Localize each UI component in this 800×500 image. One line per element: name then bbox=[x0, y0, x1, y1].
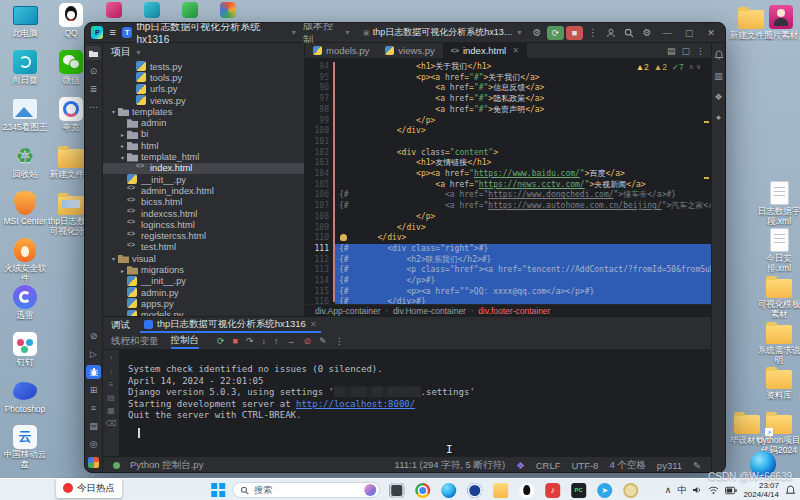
breadcrumb-item[interactable]: div.Home-container bbox=[393, 306, 466, 316]
tree-item-bi[interactable]: ▸bi bbox=[103, 129, 304, 140]
scroll-end-icon[interactable]: ▤ bbox=[107, 393, 115, 402]
tree-item-admin.py[interactable]: admin.py bbox=[103, 287, 304, 298]
desktop-icon-shield[interactable]: MSI Center bbox=[2, 190, 48, 237]
tree-item-urls.py[interactable]: urls.py bbox=[103, 84, 304, 95]
problems-icon[interactable]: ◎ bbox=[86, 437, 101, 451]
packages-icon[interactable] bbox=[86, 455, 101, 469]
readonly-toggle-icon[interactable]: ✎ bbox=[693, 460, 701, 471]
tree-item-apps.py[interactable]: apps.py bbox=[103, 298, 304, 309]
ime-indicator[interactable]: 中 bbox=[677, 484, 686, 497]
notification-bell-icon[interactable] bbox=[785, 485, 796, 496]
tree-item-migrations[interactable]: ▸migrations bbox=[103, 264, 304, 275]
wifi-icon[interactable] bbox=[708, 485, 719, 495]
status-widget[interactable]: 4 个空格 bbox=[609, 459, 645, 472]
tree-chevron-icon[interactable]: ▸ bbox=[118, 142, 127, 149]
project-header[interactable]: 项目 ▼ bbox=[103, 43, 304, 61]
step-over-icon[interactable]: ↷ bbox=[246, 336, 254, 346]
step-into-icon[interactable]: ↓ bbox=[262, 336, 267, 346]
debug-session-tab[interactable]: thp日志数据可视化分析系统hx1316 ✕ bbox=[140, 317, 321, 333]
tree-chevron-icon[interactable]: ▾ bbox=[109, 108, 118, 115]
tree-item-templates[interactable]: ▾templates bbox=[103, 106, 304, 117]
desktop-icon-folder[interactable]: 资料库 bbox=[756, 364, 800, 401]
close-icon[interactable]: ✕ bbox=[512, 46, 519, 55]
close-button[interactable]: ✕ bbox=[701, 25, 721, 41]
taskbar-app-app-gold[interactable] bbox=[621, 481, 640, 500]
taskbar-app-chrome[interactable] bbox=[413, 481, 432, 500]
minimize-button[interactable]: — bbox=[657, 25, 677, 41]
terminal-icon[interactable]: ▤ bbox=[86, 419, 101, 433]
tree-item-test.html[interactable]: test.html bbox=[103, 242, 304, 253]
scroll-down-icon[interactable]: ↓ bbox=[109, 367, 113, 376]
desktop-icon-folder[interactable]: 系统需求说明 bbox=[756, 319, 800, 366]
desktop-icon-dingtalk[interactable]: 钉钉 bbox=[2, 331, 48, 378]
more-tools-icon[interactable]: ⋯ bbox=[86, 100, 101, 114]
commit-tool-icon[interactable]: ⊙ bbox=[86, 64, 101, 78]
status-widget[interactable]: 111:1 (294 字符, 5 断行符) bbox=[395, 459, 506, 472]
maximize-button[interactable]: ▢ bbox=[679, 25, 699, 41]
mute-breakpoints-icon[interactable]: ⊘ bbox=[304, 336, 312, 346]
tab-more-icon[interactable]: ⋮ bbox=[696, 46, 705, 56]
editor-tab-views.py[interactable]: views.py bbox=[377, 43, 442, 58]
tree-item-template_html[interactable]: ▾template_html bbox=[103, 151, 304, 162]
database-icon[interactable]: ▥ bbox=[711, 69, 726, 83]
taskbar-app-pycharm[interactable]: PC bbox=[569, 481, 588, 500]
services-icon[interactable]: ⊞ bbox=[86, 383, 101, 397]
tree-item-__init__.py[interactable]: __init__.py bbox=[103, 276, 304, 287]
console-link[interactable]: http://localhost:8000/ bbox=[296, 399, 415, 409]
tree-chevron-icon[interactable]: ▾ bbox=[109, 255, 118, 262]
battery-icon[interactable] bbox=[725, 486, 737, 495]
stop-icon[interactable]: ■ bbox=[233, 336, 238, 346]
tree-item-models.py[interactable]: models.py bbox=[103, 310, 304, 316]
clear-icon[interactable]: ⌫ bbox=[105, 419, 116, 428]
tab-console[interactable]: 控制台 bbox=[171, 333, 200, 349]
evaluate-icon[interactable]: ✎ bbox=[319, 336, 327, 346]
ai-assistant-icon[interactable]: ✦ bbox=[711, 111, 726, 125]
desktop-peek-icon[interactable] bbox=[220, 2, 236, 18]
taskbar-app-qq[interactable] bbox=[517, 481, 536, 500]
taskbar-app-edge[interactable] bbox=[439, 481, 458, 500]
tree-chevron-icon[interactable]: ▾ bbox=[118, 154, 127, 161]
more-actions[interactable]: ⋮ bbox=[585, 25, 601, 41]
desktop-icon-sunflower[interactable]: 向日葵 bbox=[2, 49, 48, 96]
taskbar-app-task-view[interactable] bbox=[387, 481, 406, 500]
project-tool-icon[interactable] bbox=[86, 46, 101, 60]
debug-tool-icon[interactable] bbox=[86, 365, 101, 379]
step-out-icon[interactable]: ↑ bbox=[274, 336, 279, 346]
run-configuration-selector[interactable]: ▣ thp日志数据可视化分析系统hx1316 ▼ bbox=[363, 26, 523, 39]
main-menu-icon[interactable]: ≡ bbox=[109, 27, 115, 38]
run-button[interactable]: ⟳ bbox=[547, 26, 564, 40]
settings-gear-icon[interactable]: ⚙ bbox=[639, 25, 655, 41]
breadcrumb-item[interactable]: div.footer-container bbox=[478, 306, 550, 316]
desktop-icon-flame[interactable]: 火绒安全软件 bbox=[2, 237, 48, 284]
layout-icon[interactable]: ▤ bbox=[667, 46, 676, 56]
tab-threads-variables[interactable]: 线程和变量 bbox=[111, 333, 159, 349]
start-button[interactable] bbox=[211, 483, 225, 497]
status-widget[interactable]: UTF-8 bbox=[571, 460, 598, 471]
clock[interactable]: 23:07 2024/4/14 bbox=[743, 481, 779, 499]
desktop-icon-ps[interactable]: Photoshop bbox=[2, 378, 48, 425]
tray-expand-icon[interactable]: ∧ bbox=[665, 485, 672, 495]
console-output[interactable]: I System check identified no issues (0 s… bbox=[120, 350, 711, 456]
taskbar-app-app-navy[interactable] bbox=[465, 481, 484, 500]
taskbar-app-file-explorer[interactable] bbox=[491, 481, 510, 500]
speaker-icon[interactable] bbox=[692, 485, 702, 495]
print-icon[interactable]: ▦ bbox=[107, 406, 115, 415]
desktop-icon-folder-sc[interactable]: python项目代码2024 bbox=[756, 409, 800, 456]
rerun-icon[interactable]: ⟳ bbox=[217, 336, 225, 346]
tree-item-tools.py[interactable]: tools.py bbox=[103, 72, 304, 83]
desktop-icon-folder[interactable]: 可视化模板素材 bbox=[756, 273, 800, 320]
tree-item-admin[interactable]: admin bbox=[103, 118, 304, 129]
intention-bulb-icon[interactable] bbox=[340, 234, 347, 241]
tree-item-index.html[interactable]: index.html bbox=[103, 163, 304, 174]
desktop-icon-photos[interactable]: 2345看图王 bbox=[2, 96, 48, 143]
desktop-peek-icon[interactable] bbox=[106, 2, 122, 18]
split-icon[interactable]: ▢ bbox=[681, 46, 690, 56]
soft-wrap-icon[interactable]: ≡ bbox=[109, 380, 114, 389]
stop-button[interactable]: ■ bbox=[566, 26, 583, 40]
hot-news-popup[interactable]: 今日热点 bbox=[56, 478, 122, 498]
project-selector[interactable]: T thp日志数据可视化分析系统hx1316 ▼ bbox=[122, 22, 297, 45]
gradle-icon[interactable]: ❖ bbox=[711, 90, 726, 104]
breadcrumb-item[interactable]: div.App-container bbox=[315, 306, 381, 316]
status-left-label[interactable]: Python 控制台.py bbox=[130, 459, 203, 472]
editor-tab-models.py[interactable]: models.py bbox=[305, 43, 377, 58]
